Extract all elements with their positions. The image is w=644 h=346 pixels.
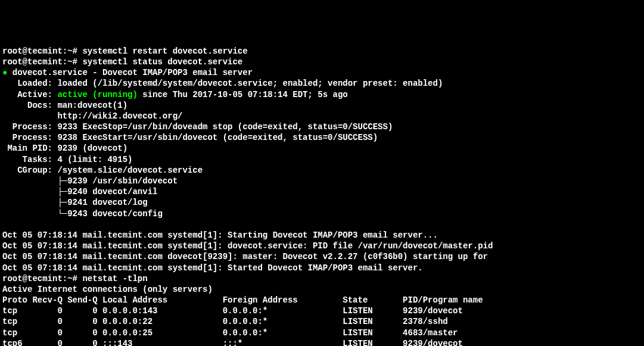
active-status: active (running) bbox=[57, 90, 137, 99]
mainpid-line: Main PID: 9239 (dovecot) bbox=[2, 144, 127, 153]
netstat-row: tcp 0 0 0.0.0.0:143 0.0.0.0:* LISTEN 923… bbox=[2, 306, 463, 316]
log-line: Oct 05 07:18:14 mail.tecmint.com systemd… bbox=[2, 230, 438, 240]
tasks-line: Tasks: 4 (limit: 4915) bbox=[2, 155, 132, 164]
command-text: systemctl status dovecot.service bbox=[82, 57, 242, 67]
shell-prompt: root@tecmint:~# bbox=[2, 57, 82, 67]
cgroup-child: ├─9240 dovecot/anvil bbox=[2, 187, 157, 197]
process-line: Process: 9238 ExecStart=/usr/sbin/doveco… bbox=[2, 133, 378, 142]
netstat-row: tcp 0 0 0.0.0.0:25 0.0.0.0:* LISTEN 4683… bbox=[2, 328, 458, 338]
cgroup-child: └─9243 dovecot/config bbox=[2, 209, 163, 219]
log-line: Oct 05 07:18:14 mail.tecmint.com dovecot… bbox=[2, 252, 488, 261]
terminal-output: root@tecmint:~# systemctl restart doveco… bbox=[2, 46, 642, 346]
loaded-line: Loaded: loaded (/lib/systemd/system/dove… bbox=[2, 79, 443, 88]
active-label: Active: bbox=[2, 90, 57, 99]
docs-line: http://wiki2.dovecot.org/ bbox=[2, 111, 182, 121]
netstat-header: Active Internet connections (only server… bbox=[2, 285, 213, 294]
log-line: Oct 05 07:18:14 mail.tecmint.com systemd… bbox=[2, 241, 493, 251]
netstat-row: tcp 0 0 0.0.0.0:22 0.0.0.0:* LISTEN 2378… bbox=[2, 317, 448, 326]
log-line: Oct 05 07:18:14 mail.tecmint.com systemd… bbox=[2, 263, 423, 273]
shell-prompt: root@tecmint:~# bbox=[2, 274, 82, 283]
command-text: systemctl restart dovecot.service bbox=[82, 46, 247, 56]
active-since: since Thu 2017-10-05 07:18:14 EDT; 5s ag… bbox=[138, 90, 348, 99]
command-text: netstat -tlpn bbox=[82, 274, 147, 283]
docs-line: Docs: man:dovecot(1) bbox=[2, 101, 127, 110]
process-line: Process: 9233 ExecStop=/usr/bin/doveadm … bbox=[2, 122, 393, 132]
service-title: dovecot.service - Dovecot IMAP/POP3 emai… bbox=[7, 68, 253, 77]
cgroup-child: ├─9241 dovecot/log bbox=[2, 198, 148, 207]
netstat-row: tcp6 0 0 :::143 :::* LISTEN 9239/dovecot bbox=[2, 339, 463, 346]
netstat-columns: Proto Recv-Q Send-Q Local Address Foreig… bbox=[2, 295, 483, 305]
cgroup-line: CGroup: /system.slice/dovecot.service bbox=[2, 166, 203, 175]
cgroup-child: ├─9239 /usr/sbin/dovecot bbox=[2, 176, 178, 186]
shell-prompt: root@tecmint:~# bbox=[2, 46, 82, 56]
